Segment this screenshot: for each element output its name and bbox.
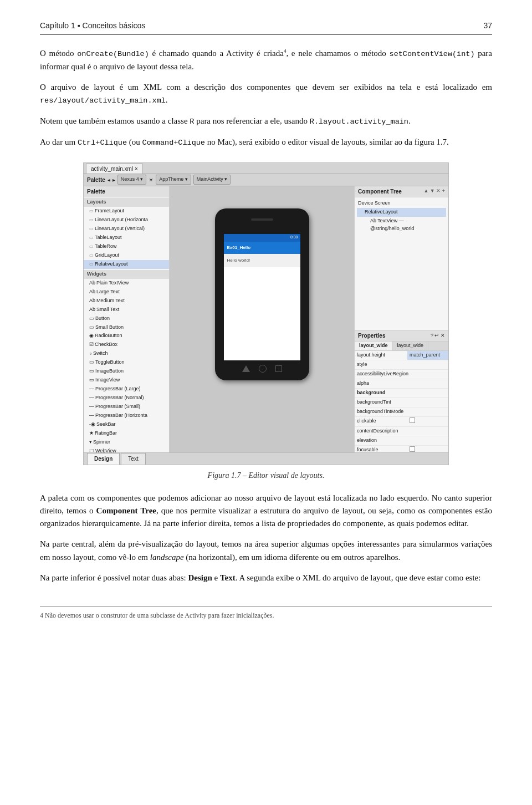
palette-item-small-text[interactable]: Ab Small Text — [84, 305, 169, 314]
chapter-title: Capítulo 1 ▪ Conceitos básicos — [40, 20, 145, 32]
palette-item-checkbox[interactable]: ☑ CheckBox — [84, 340, 169, 349]
p4-end: no Mac), será exibido o editor visual de… — [205, 137, 449, 146]
palette-item-relativelayout[interactable]: ▭ RelativeLayout — [84, 260, 169, 269]
p4-mid: (ou — [127, 137, 142, 146]
palette-item-progressbar-large[interactable]: — ProgressBar (Large) — [84, 385, 169, 394]
palette-item-framelayout[interactable]: ▭ FrameLayout — [84, 207, 169, 216]
palette-group-widgets: Widgets Ab Plain TextView Ab Large Text … — [84, 269, 169, 452]
prop-name-background: background — [355, 389, 407, 398]
p1-code1: onCreate(Bundle) — [77, 50, 149, 58]
p2-code: res/layout/activity_main.xml — [40, 96, 166, 105]
palette-item-tablerow[interactable]: ▭ TableRow — [84, 242, 169, 251]
p6-em: landscape — [150, 553, 184, 562]
component-tree-header: Component Tree ▲ ▼ ✕ + — [355, 186, 448, 198]
p3-end: . — [408, 116, 411, 125]
ide-palette: Palette Layouts ▭ FrameLayout ▭ LinearLa… — [84, 186, 170, 452]
p1-code2: setContentView(int) — [390, 50, 475, 58]
prop-value-background[interactable] — [407, 393, 448, 394]
prop-value-contentdesc[interactable] — [407, 431, 448, 432]
palette-item-switch[interactable]: ⬦ Switch — [84, 349, 169, 358]
palette-group-widgets-label: Widgets — [84, 270, 169, 279]
prop-name-layout-height: layout:height — [355, 351, 407, 360]
toolbar-sun-icon: ☀ — [149, 176, 154, 185]
palette-item-imagebutton[interactable]: ▭ ImageButton — [84, 367, 169, 376]
prop-value-style[interactable] — [407, 364, 448, 365]
ide-bottom-tabs: Design Text — [84, 452, 448, 465]
prop-value-backgroundtint[interactable] — [407, 402, 448, 403]
paragraph-2: O arquivo de layout é um XML com a descr… — [40, 81, 492, 107]
ide-tab-activity[interactable]: activity_main.xml × — [86, 164, 143, 174]
toolbar-theme-btn[interactable]: AppTheme ▾ — [156, 175, 191, 185]
prop-value-focusable[interactable] — [407, 446, 448, 452]
palette-item-progressbar-small[interactable]: — ProgressBar (Small) — [84, 402, 169, 411]
properties-header-label: Properties — [358, 332, 385, 340]
paragraph-1: O método onCreate(Bundle) é chamado quan… — [40, 47, 492, 73]
palette-item-webview[interactable]: ⬚ WebView — [84, 447, 169, 452]
p7-bold1: Design — [188, 573, 212, 582]
ide-tab-bar: activity_main.xml × — [84, 163, 448, 174]
toolbar-back[interactable]: ◂ — [108, 176, 110, 185]
paragraph-7: Na parte inferior é possível notar duas … — [40, 572, 492, 584]
prop-value-layout-height[interactable]: match_parent — [407, 351, 448, 360]
toolbar-activity-btn[interactable]: MainActivity ▾ — [193, 175, 231, 185]
prop-name-contentdesc: contentDescription — [355, 427, 407, 436]
prop-row-elevation: elevation — [355, 436, 448, 446]
prop-name-alpha: alpha — [355, 379, 407, 388]
ide-tab-design[interactable]: Design — [87, 453, 120, 465]
clickable-checkbox[interactable] — [410, 417, 415, 423]
palette-item-plain-textview[interactable]: Ab Plain TextView — [84, 279, 169, 288]
p7-bold2: Text — [220, 573, 236, 582]
palette-item-progressbar-h[interactable]: — ProgressBar (Horizonta — [84, 411, 169, 420]
prop-name-accessibility: accessibilityLiveRegion — [355, 370, 407, 379]
palette-item-radiobutton[interactable]: ◉ RadioButton — [84, 332, 169, 340]
prop-row-backgroundtintmode: backgroundTintMode — [355, 407, 448, 417]
palette-item-button[interactable]: ▭ Button — [84, 314, 169, 323]
properties-header-icons: ? ↩ ✕ — [431, 332, 445, 340]
phone-screen: 8:00 Ex01_Hello Hello world! — [224, 234, 300, 360]
palette-item-large-text[interactable]: Ab Large Text — [84, 288, 169, 297]
palette-item-togglebutton[interactable]: ▭ ToggleButton — [84, 358, 169, 367]
palette-item-imageview[interactable]: ▭ ImageView — [84, 376, 169, 385]
p2-end: . — [166, 95, 168, 104]
palette-item-linearlayout-v[interactable]: ▭ LinearLayout (Vertical) — [84, 225, 169, 233]
prop-row-backgroundtint: backgroundTint — [355, 398, 448, 407]
toolbar-palette-label: Palette — [87, 176, 105, 185]
properties-header: Properties ? ↩ ✕ — [355, 330, 448, 342]
focusable-checkbox[interactable] — [410, 446, 415, 452]
prop-name-style: style — [355, 360, 407, 369]
p3-code2: R.layout.activity_main — [310, 118, 408, 126]
prop-name-elevation: elevation — [355, 436, 407, 445]
prop-value-clickable[interactable] — [407, 417, 448, 426]
phone-app-name: Ex01_Hello — [227, 244, 251, 251]
prop-tab-layout2[interactable]: layout_wide — [393, 342, 429, 350]
prop-row-layout-height: layout:height match_parent — [355, 351, 448, 360]
palette-item-medium-text[interactable]: Ab Medium Text — [84, 297, 169, 305]
palette-item-spinner[interactable]: ▾ Spinner — [84, 438, 169, 447]
phone-appbar: Ex01_Hello — [224, 242, 300, 254]
prop-value-elevation[interactable] — [407, 440, 448, 441]
prop-value-backgroundtintmode[interactable] — [407, 411, 448, 412]
tree-item-textview[interactable]: Ab TextView — @string/hello_world — [357, 217, 446, 233]
footnote: 4 Não devemos usar o construtor de uma s… — [40, 607, 492, 621]
prop-value-alpha[interactable] — [407, 383, 448, 384]
prop-row-style: style — [355, 360, 448, 370]
p1-mid: é chamado quando a Activity é criada — [149, 49, 284, 58]
palette-item-small-button[interactable]: ▭ Small Button — [84, 323, 169, 332]
ide-screenshot: activity_main.xml × Palette ◂ ▸ Nexus 4 … — [83, 162, 449, 465]
prop-tab-layout[interactable]: layout_wide — [355, 342, 393, 350]
prop-value-accessibility[interactable] — [407, 374, 448, 375]
palette-item-tablelayout[interactable]: ▭ TableLayout — [84, 233, 169, 242]
phone-statusbar: 8:00 — [224, 234, 300, 242]
palette-item-progressbar-normal[interactable]: — ProgressBar (Normal) — [84, 394, 169, 402]
ide-tab-text[interactable]: Text — [121, 453, 145, 465]
tree-item-relativelayout[interactable]: RelativeLayout — [357, 208, 446, 217]
palette-item-ratingbar[interactable]: ★ RatingBar — [84, 429, 169, 438]
properties-tabs: layout_wide layout_wide — [355, 342, 448, 351]
toolbar-device-btn[interactable]: Nexus 4 ▾ — [117, 175, 147, 185]
p7-mid: e — [212, 573, 220, 582]
toolbar-forward[interactable]: ▸ — [112, 176, 115, 185]
palette-item-gridlayout[interactable]: ▭ GridLayout — [84, 251, 169, 260]
p4-code1: Ctrl+Clique — [78, 139, 127, 147]
palette-item-linearlayout-h[interactable]: ▭ LinearLayout (Horizonta — [84, 216, 169, 225]
palette-item-seekbar[interactable]: -◉ SeekBar — [84, 420, 169, 429]
